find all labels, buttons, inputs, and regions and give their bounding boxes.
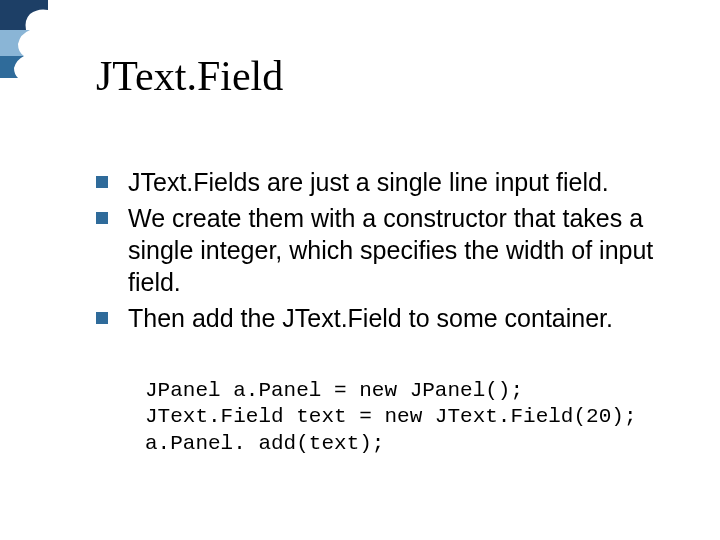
bullet-text: We create them with a constructor that t… xyxy=(128,202,656,298)
bullet-item: JText.Fields are just a single line inpu… xyxy=(96,166,656,198)
slide: JText.Field JText.Fields are just a sing… xyxy=(0,0,720,540)
code-line: a.Panel. add(text); xyxy=(145,432,384,455)
bullet-item: Then add the JText.Field to some contain… xyxy=(96,302,656,334)
square-bullet-icon xyxy=(96,312,108,324)
code-block: JPanel a.Panel = new JPanel(); JText.Fie… xyxy=(145,378,636,457)
corner-decoration xyxy=(0,0,48,78)
bullet-text: Then add the JText.Field to some contain… xyxy=(128,302,656,334)
bullet-text: JText.Fields are just a single line inpu… xyxy=(128,166,656,198)
square-bullet-icon xyxy=(96,176,108,188)
code-line: JPanel a.Panel = new JPanel(); xyxy=(145,379,523,402)
bullet-item: We create them with a constructor that t… xyxy=(96,202,656,298)
bullet-list: JText.Fields are just a single line inpu… xyxy=(96,166,656,338)
slide-title: JText.Field xyxy=(96,52,283,100)
square-bullet-icon xyxy=(96,212,108,224)
code-line: JText.Field text = new JText.Field(20); xyxy=(145,405,636,428)
